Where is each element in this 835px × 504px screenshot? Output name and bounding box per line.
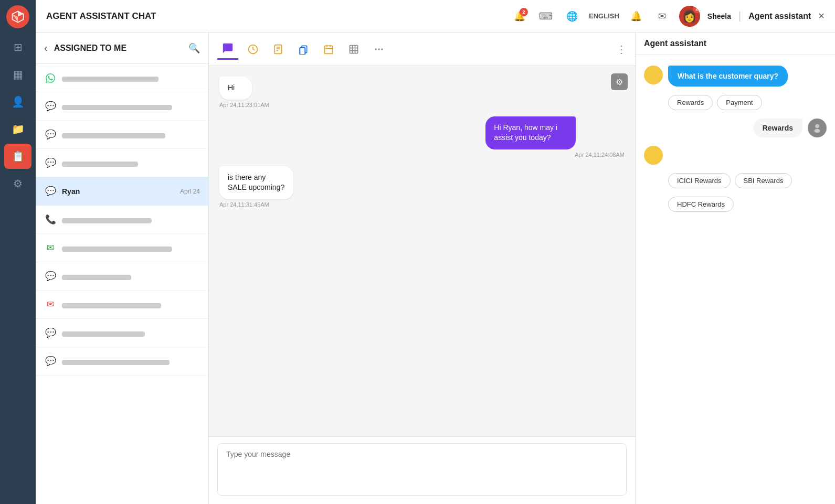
back-button[interactable]: ‹: [44, 42, 48, 54]
phone-icon: 📞: [44, 213, 57, 226]
conversation-name: Ryan: [62, 187, 175, 196]
conversation-list: 💬 💬 💬 💬: [36, 64, 208, 504]
bot-message-bubble: What is the customer quary?: [668, 66, 788, 87]
chat-icon: 💬: [44, 157, 57, 169]
message-text: Hi Ryan, how may i assist you today?: [494, 123, 557, 142]
settings-gear-button[interactable]: ⚙: [611, 73, 628, 90]
conversations-panel: ‹ ASSIGNED TO ME 🔍 💬: [36, 33, 209, 504]
chat-icon: 💬: [44, 128, 57, 141]
agent-message-row: What is the customer quary?: [644, 66, 827, 87]
list-item[interactable]: ✉: [36, 291, 208, 319]
message-input[interactable]: [217, 443, 627, 496]
chat-input-area: [209, 436, 635, 504]
language-label: ENGLISH: [589, 12, 619, 20]
tab-more[interactable]: [368, 39, 389, 60]
message-row: Hi Apr 24,11:23:01AM: [219, 77, 625, 108]
tab-table[interactable]: [343, 39, 364, 60]
conversation-content: Ryan: [62, 187, 175, 196]
conversation-preview: [62, 77, 158, 82]
message-row: Hi Ryan, how may i assist you today? Apr…: [219, 116, 625, 158]
search-button[interactable]: 🔍: [188, 42, 200, 54]
svg-point-24: [815, 124, 819, 128]
message-bubble: Hi: [219, 77, 252, 100]
divider-line: |: [738, 10, 741, 22]
conversation-content: [62, 74, 200, 82]
conversation-content: [62, 357, 200, 365]
chip-hdfc-rewards[interactable]: HDFC Rewards: [668, 197, 734, 212]
notifications-button[interactable]: 🔔 2: [510, 7, 529, 26]
keyboard-button[interactable]: ⌨: [536, 7, 555, 26]
list-item[interactable]: [36, 64, 208, 92]
message-bubble: Hi Ryan, how may i assist you today?: [485, 116, 576, 149]
list-item[interactable]: 💬: [36, 319, 208, 347]
list-item[interactable]: ✉: [36, 234, 208, 262]
list-item[interactable]: 💬: [36, 262, 208, 291]
suggestion-chips-row3: HDFC Rewards: [644, 197, 827, 212]
svg-point-23: [651, 76, 657, 80]
user-badge: 2: [693, 6, 700, 13]
tab-note[interactable]: [268, 39, 289, 60]
chip-payment[interactable]: Payment: [717, 95, 762, 110]
list-item[interactable]: 💬: [36, 121, 208, 149]
left-navigation: ⊞ ▦ 👤 📁 📋 ⚙: [0, 0, 36, 504]
agent-assistant-panel: Agent assistant What is the customer qua…: [636, 33, 835, 504]
svg-point-19: [375, 48, 377, 50]
chat-icon: 💬: [44, 355, 57, 368]
list-item[interactable]: 💬: [36, 92, 208, 121]
user-avatar[interactable]: 👩 2: [679, 6, 700, 27]
top-header: AGENT ASSISTANT CHAT 🔔 2 ⌨ 🌐 ENGLISH 🔔 ✉…: [36, 0, 835, 33]
app-title: AGENT ASSISTANT CHAT: [46, 11, 503, 22]
translate-icon: 🌐: [566, 10, 578, 22]
keyboard-icon: ⌨: [539, 10, 553, 22]
content-wrapper: ‹ ASSIGNED TO ME 🔍 💬: [36, 33, 835, 504]
close-agent-panel-button[interactable]: ×: [818, 10, 825, 22]
nav-item-calendar[interactable]: ▦: [4, 62, 31, 87]
nav-item-reports[interactable]: 📋: [4, 144, 31, 169]
list-item[interactable]: 💬: [36, 347, 208, 376]
tab-copy[interactable]: [293, 39, 314, 60]
tab-history[interactable]: [242, 39, 263, 60]
list-item-ryan[interactable]: 💬 Ryan Aprl 24: [36, 177, 208, 206]
chat-panel: ⋮ ⚙ Hi Apr 24,11:23:01AM Hi Ryan, how ma…: [209, 33, 636, 504]
user-avatar-agent: [808, 119, 827, 137]
tab-chat[interactable]: [217, 39, 238, 60]
toolbar-overflow-button[interactable]: ⋮: [616, 43, 627, 56]
conversation-preview: [62, 218, 152, 223]
tab-calendar[interactable]: [318, 39, 339, 60]
chat-icon: 💬: [44, 270, 57, 283]
conversation-content: [62, 216, 200, 223]
mail-button[interactable]: ✉: [653, 7, 672, 26]
bot-message-text: What is the customer quary?: [678, 72, 778, 80]
chip-sbi-rewards[interactable]: SBI Rewards: [735, 173, 792, 188]
chip-icici-rewards[interactable]: ICICI Rewards: [668, 173, 731, 188]
notification-badge: 2: [520, 8, 528, 16]
user-name[interactable]: Sheela: [707, 12, 731, 20]
svg-marker-0: [18, 12, 24, 17]
chip-rewards[interactable]: Rewards: [668, 95, 713, 110]
svg-rect-8: [300, 47, 305, 54]
conversation-content: [62, 244, 200, 252]
list-item[interactable]: 📞: [36, 206, 208, 234]
app-logo[interactable]: [6, 5, 29, 28]
conversation-preview: [62, 105, 172, 110]
conversation-preview: [62, 246, 172, 252]
svg-point-22: [651, 71, 655, 75]
conversation-content: [62, 159, 200, 167]
svg-point-26: [651, 152, 655, 155]
agent-message-row: [644, 146, 827, 165]
message-time: Apr 24,11:31:45AM: [219, 201, 333, 208]
conversation-content: [62, 301, 200, 308]
folder-icon: 📁: [12, 123, 25, 135]
conversation-preview: [62, 331, 145, 337]
list-item[interactable]: 💬: [36, 149, 208, 177]
nav-item-settings[interactable]: ⚙: [4, 171, 31, 196]
conversation-date: Aprl 24: [180, 188, 200, 195]
person-icon: 👤: [12, 95, 25, 108]
alert-button[interactable]: 🔔: [627, 7, 646, 26]
nav-item-home[interactable]: ⊞: [4, 35, 31, 60]
translate-button[interactable]: 🌐: [563, 7, 582, 26]
message-bubble: is there any SALE upcoming?: [219, 166, 293, 199]
nav-item-files[interactable]: 📁: [4, 116, 31, 142]
chat-icon: 💬: [44, 185, 57, 198]
nav-item-contacts[interactable]: 👤: [4, 89, 31, 114]
